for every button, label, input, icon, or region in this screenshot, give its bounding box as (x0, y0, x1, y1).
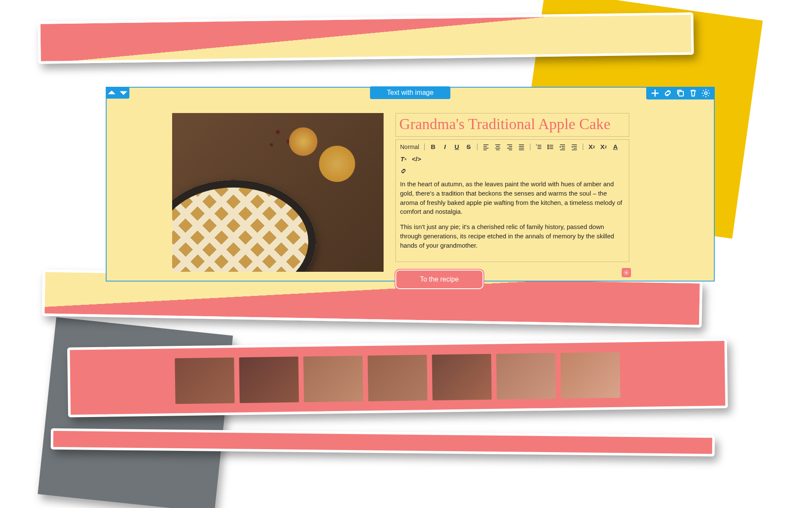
gallery-thumb[interactable] (432, 353, 491, 400)
plus-icon (650, 88, 660, 98)
block-type-label: Text with image (370, 86, 450, 99)
list-ordered-button[interactable]: 1 (535, 144, 542, 150)
delete-block-button[interactable] (689, 88, 698, 98)
svg-point-5 (548, 148, 549, 149)
move-down-button[interactable] (118, 87, 129, 99)
subscript-button[interactable]: X2 (588, 143, 595, 150)
align-center-icon (494, 144, 501, 150)
svg-point-4 (548, 146, 549, 147)
list-ordered-icon: 1 (535, 144, 542, 150)
format-dropdown[interactable]: Normal (400, 144, 419, 150)
chevron-up-icon (106, 87, 118, 99)
body-text[interactable]: In the heart of autumn, as the leaves pa… (400, 179, 625, 250)
superscript-button[interactable]: X2 (600, 143, 607, 150)
toolbar-separator (583, 144, 583, 150)
block-action-toolbar (646, 87, 715, 99)
svg-point-6 (625, 272, 627, 273)
chevron-down-icon (118, 87, 129, 99)
gallery-thumb[interactable] (496, 353, 556, 399)
svg-rect-0 (679, 91, 683, 96)
code-button[interactable]: </> (412, 155, 421, 163)
pie-lattice-visual (172, 180, 316, 272)
title-text: Grandma's Traditional Apple Cake (399, 115, 625, 133)
indent-increase-button[interactable] (571, 144, 578, 150)
svg-point-3 (548, 145, 549, 146)
gallery-thumb[interactable] (368, 355, 427, 401)
cta-settings-button[interactable] (622, 268, 631, 277)
toolbar-separator (530, 144, 530, 150)
align-center-button[interactable] (494, 144, 501, 150)
paragraph: In the heart of autumn, as the leaves pa… (400, 179, 625, 216)
indent-decrease-button[interactable] (559, 144, 566, 150)
strike-button[interactable]: S (465, 143, 472, 150)
gallery-thumb[interactable] (303, 356, 363, 402)
align-left-icon (483, 144, 489, 150)
link-button[interactable] (400, 168, 407, 174)
toolbar-separator (477, 144, 477, 150)
text-color-button[interactable]: A (612, 143, 619, 150)
list-bullet-button[interactable] (547, 144, 554, 150)
block-move-controls (106, 87, 129, 99)
clear-format-button[interactable]: T× (400, 155, 407, 163)
align-right-icon (506, 144, 513, 150)
copy-block-button[interactable] (676, 88, 685, 98)
paragraph: This isn't just any pie; it's a cherishe… (400, 222, 625, 250)
gear-icon (701, 88, 710, 98)
rte-toolbar: Normal B I U S 1 X2 (400, 143, 625, 166)
bold-button[interactable]: B (430, 143, 436, 150)
underline-button[interactable]: U (453, 143, 460, 150)
rte-toolbar-row2 (400, 166, 625, 179)
align-justify-button[interactable] (518, 144, 525, 150)
align-left-button[interactable] (483, 144, 489, 150)
gallery-thumb[interactable] (175, 357, 234, 404)
list-bullet-icon (547, 144, 554, 150)
link-icon (400, 168, 407, 174)
gallery-thumb[interactable] (239, 356, 299, 403)
gallery-stripe (67, 338, 728, 417)
settings-block-button[interactable] (701, 88, 710, 98)
text-with-image-block[interactable]: Text with image Grandma's (106, 87, 715, 282)
rich-text-editor[interactable]: Normal B I U S 1 X2 (395, 139, 629, 262)
link-block-button[interactable] (663, 88, 672, 98)
add-block-button[interactable] (650, 88, 660, 98)
svg-point-1 (705, 92, 707, 94)
content-image[interactable] (172, 113, 384, 272)
gear-icon (623, 270, 629, 276)
title-input[interactable]: Grandma's Traditional Apple Cake (395, 113, 629, 137)
italic-button[interactable]: I (442, 143, 448, 150)
toolbar-separator (424, 144, 425, 150)
indent-decrease-icon (559, 144, 566, 150)
svg-text:1: 1 (536, 144, 537, 146)
link-icon (663, 88, 672, 98)
indent-increase-icon (571, 144, 578, 150)
move-up-button[interactable] (106, 87, 118, 99)
gallery-thumb[interactable] (560, 352, 620, 398)
align-justify-icon (518, 144, 525, 150)
copy-icon (676, 88, 685, 98)
align-right-button[interactable] (506, 144, 513, 150)
trash-icon (689, 88, 698, 98)
cta-button[interactable]: To the recipe (395, 270, 483, 289)
